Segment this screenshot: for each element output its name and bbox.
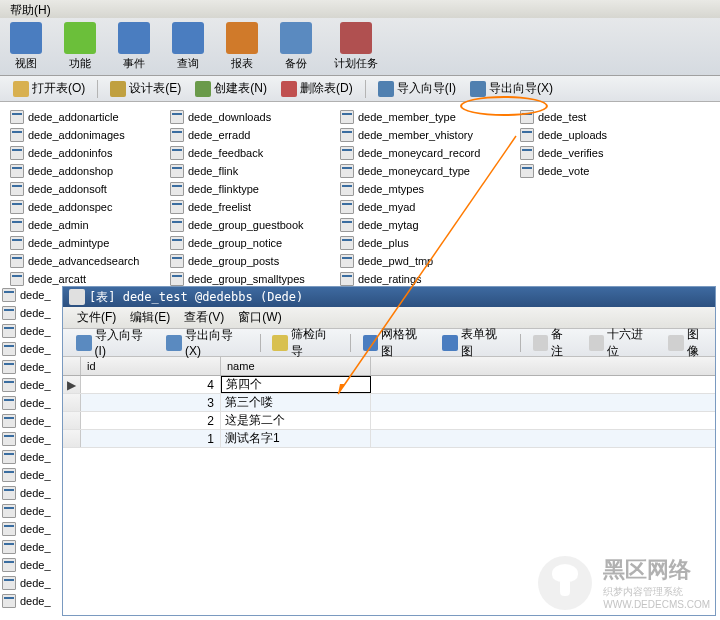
cell-name[interactable]: 测试名字1 [221,430,371,447]
table-item[interactable]: dede_ [0,358,60,376]
table-item[interactable]: dede_ [0,592,60,610]
table-item[interactable]: dede_vote [518,162,668,179]
cell-id[interactable]: 4 [81,376,221,393]
table-item[interactable]: dede_flink [168,162,328,179]
table-item[interactable]: dede_ratings [338,270,508,287]
table-item[interactable]: dede_ [0,484,60,502]
table-item[interactable]: dede_addonsoft [8,180,158,197]
sub-menu-file[interactable]: 文件(F) [71,309,122,326]
toolbar-label: 功能 [69,56,91,71]
sub-hex-button[interactable]: 十六进位 [584,324,659,362]
toolbar-事件[interactable]: 事件 [118,22,150,71]
table-item[interactable]: dede_admin [8,216,158,233]
sub-form-view-button[interactable]: 表单视图 [437,324,512,362]
table-item[interactable]: dede_ [0,394,60,412]
table-item[interactable]: dede_downloads [168,108,328,125]
create-table-button[interactable]: 创建表(N) [190,78,272,99]
table-item[interactable]: dede_myad [338,198,508,215]
table-item[interactable]: dede_group_notice [168,234,328,251]
table-item[interactable]: dede_erradd [168,126,328,143]
cell-id[interactable]: 1 [81,430,221,447]
table-item[interactable]: dede_ [0,322,60,340]
table-item[interactable]: dede_addonspec [8,198,158,215]
table-item[interactable]: dede_uploads [518,126,668,143]
table-item[interactable]: dede_flinktype [168,180,328,197]
sub-filter-button[interactable]: 筛检向导 [267,324,342,362]
table-item[interactable]: dede_arcatt [8,270,158,287]
menu-help[interactable]: 帮助(H) [4,0,57,21]
table-item[interactable]: dede_moneycard_type [338,162,508,179]
table-item[interactable]: dede_freelist [168,198,328,215]
grid-row[interactable]: 1测试名字1 [63,430,715,448]
table-item[interactable]: dede_ [0,430,60,448]
table-item[interactable]: dede_member_type [338,108,508,125]
table-item[interactable]: dede_mtypes [338,180,508,197]
toolbar-备份[interactable]: 备份 [280,22,312,71]
table-item[interactable]: dede_feedback [168,144,328,161]
cell-id[interactable]: 3 [81,394,221,411]
toolbar-功能[interactable]: 功能 [64,22,96,71]
table-item[interactable]: dede_mytag [338,216,508,233]
toolbar-icon [64,22,96,54]
table-item[interactable]: dede_group_posts [168,252,328,269]
sub-image-button[interactable]: 图像 [663,324,715,362]
table-item[interactable]: dede_addoninfos [8,144,158,161]
grid-row[interactable]: 2这是第二个 [63,412,715,430]
import-wizard-button[interactable]: 导入向导(I) [373,78,461,99]
col-id-header[interactable]: id [81,357,221,375]
table-item[interactable]: dede_pwd_tmp [338,252,508,269]
table-item[interactable]: dede_member_vhistory [338,126,508,143]
row-selector[interactable] [63,394,81,411]
table-item[interactable]: dede_test [518,108,668,125]
sub-memo-button[interactable]: 备注 [528,324,580,362]
table-item[interactable]: dede_verifies [518,144,668,161]
table-icon [520,146,534,160]
table-item[interactable]: dede_addonshop [8,162,158,179]
cell-name[interactable]: 第三个喽 [221,394,371,411]
table-item[interactable]: dede_plus [338,234,508,251]
sub-menu-view[interactable]: 查看(V) [178,309,230,326]
table-item[interactable]: dede_ [0,466,60,484]
table-item[interactable]: dede_ [0,286,60,304]
table-item[interactable]: dede_ [0,376,60,394]
table-item[interactable]: dede_moneycard_record [338,144,508,161]
table-item[interactable]: dede_group_smalltypes [168,270,328,287]
toolbar-报表[interactable]: 报表 [226,22,258,71]
row-selector[interactable] [63,430,81,447]
col-name-header[interactable]: name [221,357,371,375]
table-item[interactable]: dede_advancedsearch [8,252,158,269]
sub-menu-edit[interactable]: 编辑(E) [124,309,176,326]
table-item[interactable]: dede_ [0,304,60,322]
toolbar-查询[interactable]: 查询 [172,22,204,71]
table-item[interactable]: dede_addonimages [8,126,158,143]
table-item[interactable]: dede_ [0,574,60,592]
table-item[interactable]: dede_ [0,412,60,430]
table-item[interactable]: dede_ [0,538,60,556]
data-grid[interactable]: id name ▶4第四个3第三个喽2这是第二个1测试名字1 [63,357,715,448]
sub-export-button[interactable]: 导出向导(X) [161,325,252,360]
cell-name[interactable]: 第四个 [221,376,371,393]
sub-grid-view-button[interactable]: 网格视图 [358,324,433,362]
table-item[interactable]: dede_admintype [8,234,158,251]
design-table-button[interactable]: 设计表(E) [105,78,186,99]
export-wizard-button[interactable]: 导出向导(X) [465,78,558,99]
toolbar-视图[interactable]: 视图 [10,22,42,71]
table-item[interactable]: dede_group_guestbook [168,216,328,233]
grid-row[interactable]: ▶4第四个 [63,376,715,394]
cell-name[interactable]: 这是第二个 [221,412,371,429]
toolbar-计划任务[interactable]: 计划任务 [334,22,378,71]
table-icon [340,200,354,214]
row-selector[interactable]: ▶ [63,376,81,393]
table-item[interactable]: dede_addonarticle [8,108,158,125]
table-item[interactable]: dede_ [0,520,60,538]
table-item[interactable]: dede_ [0,448,60,466]
sub-import-button[interactable]: 导入向导(I) [71,325,157,360]
grid-row[interactable]: 3第三个喽 [63,394,715,412]
table-item[interactable]: dede_ [0,556,60,574]
table-item[interactable]: dede_ [0,502,60,520]
table-item[interactable]: dede_ [0,340,60,358]
open-table-button[interactable]: 打开表(O) [8,78,90,99]
cell-id[interactable]: 2 [81,412,221,429]
delete-table-button[interactable]: 删除表(D) [276,78,358,99]
row-selector[interactable] [63,412,81,429]
